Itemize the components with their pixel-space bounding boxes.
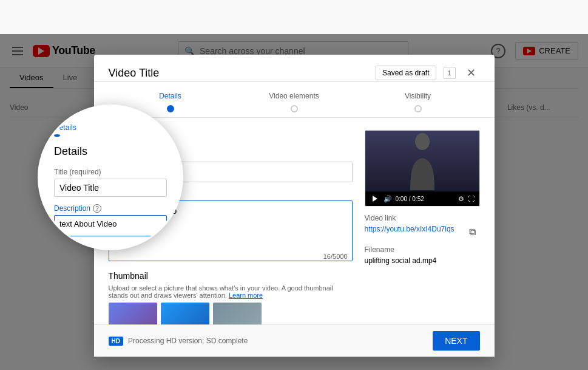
processing-info: HD Processing HD version; SD complete <box>109 337 248 346</box>
processing-text: Processing HD version; SD complete <box>128 337 248 345</box>
copy-link-button[interactable]: ⧉ <box>465 225 480 239</box>
zoom-description-label: Description ? <box>54 204 101 213</box>
step-video-elements: Video elements <box>232 92 356 117</box>
filename-text: uplifting social ad.mp4 <box>365 256 480 265</box>
step-details-label: Details <box>159 92 181 100</box>
svg-point-2 <box>415 133 430 150</box>
close-button[interactable]: ✕ <box>463 64 480 81</box>
modal-title: Video Title <box>109 67 160 80</box>
modal-right: 🔊 0:00 / 0:52 ⚙ ⛶ Video link https://you… <box>365 130 480 312</box>
step-details-indicator <box>167 105 174 112</box>
play-button[interactable] <box>370 194 380 204</box>
step-visibility-indicator <box>414 105 422 112</box>
zoom-circle: Details Details Title (required) Descrip… <box>38 104 183 250</box>
thumbnail-description: Upload or select a picture that shows wh… <box>109 284 353 299</box>
step-video-elements-label: Video elements <box>269 92 319 100</box>
zoom-title-input[interactable] <box>54 179 167 197</box>
video-link[interactable]: https://youtu.be/xIxI4Du7iqs <box>365 225 455 233</box>
draft-count: 1 <box>444 67 456 79</box>
video-info-section: Video link https://youtu.be/xIxI4Du7iqs … <box>365 214 480 265</box>
volume-icon[interactable]: 🔊 <box>384 195 392 203</box>
stepper: Details Video elements Visibility <box>94 82 495 118</box>
time-display: 0:00 / 0:52 <box>396 196 455 202</box>
filename-label: Filename <box>365 245 480 254</box>
modal-footer: HD Processing HD version; SD complete NE… <box>94 324 495 357</box>
zoom-description-textarea[interactable] <box>54 215 167 236</box>
video-controls: 🔊 0:00 / 0:52 ⚙ ⛶ <box>365 191 479 206</box>
fullscreen-icon[interactable]: ⛶ <box>468 195 475 202</box>
next-button[interactable]: NEXT <box>433 331 479 351</box>
zoom-title-field-label: Title (required) <box>54 168 101 176</box>
thumbnail-strip <box>109 303 353 324</box>
video-preview: 🔊 0:00 / 0:52 ⚙ ⛶ <box>365 130 480 207</box>
saved-draft-button[interactable]: Saved as draft <box>376 66 436 80</box>
zoom-section-title: Details <box>54 145 87 158</box>
char-count: 16/5000 <box>323 253 348 260</box>
hd-badge: HD <box>109 337 123 346</box>
modal-header: Video Title Saved as draft 1 ✕ <box>94 55 495 82</box>
learn-more-link[interactable]: Learn more <box>229 292 263 299</box>
thumbnail-item-1[interactable] <box>109 303 157 324</box>
step-video-elements-indicator <box>291 105 298 112</box>
thumbnail-item-2[interactable] <box>161 303 209 324</box>
zoom-step-dot <box>54 134 60 137</box>
zoom-help-icon[interactable]: ? <box>93 204 101 213</box>
step-visibility: Visibility <box>356 92 480 117</box>
thumbnail-item-3[interactable] <box>213 303 262 324</box>
modal-header-actions: Saved as draft 1 ✕ <box>376 64 479 81</box>
thumbnail-section: Thumbnail Upload or select a picture tha… <box>109 271 353 324</box>
settings-icon[interactable]: ⚙ <box>458 195 464 203</box>
thumbnail-label: Thumbnail <box>109 271 353 281</box>
video-thumbnail <box>365 131 479 191</box>
step-visibility-label: Visibility <box>405 92 431 100</box>
video-link-label: Video link <box>365 214 480 222</box>
video-link-row: https://youtu.be/xIxI4Du7iqs ⧉ <box>365 225 480 239</box>
